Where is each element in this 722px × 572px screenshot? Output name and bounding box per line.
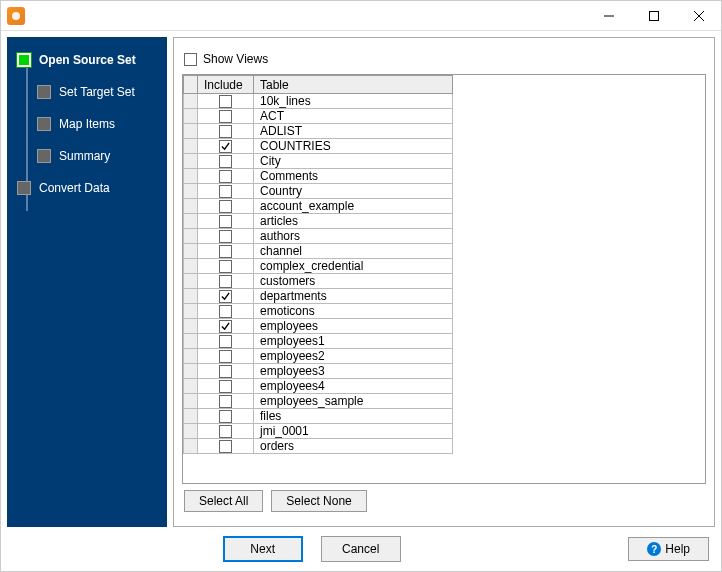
table-name-cell[interactable]: ADLIST — [254, 124, 453, 139]
row-handle[interactable] — [184, 379, 198, 394]
table-name-cell[interactable]: customers — [254, 274, 453, 289]
row-handle[interactable] — [184, 424, 198, 439]
include-cell — [198, 319, 254, 334]
include-checkbox[interactable] — [219, 395, 232, 408]
include-checkbox[interactable] — [219, 440, 232, 453]
table-name-cell[interactable]: jmi_0001 — [254, 424, 453, 439]
include-checkbox[interactable] — [219, 245, 232, 258]
row-handle[interactable] — [184, 409, 198, 424]
table-name-cell[interactable]: COUNTRIES — [254, 139, 453, 154]
row-handle[interactable] — [184, 349, 198, 364]
include-checkbox[interactable] — [219, 185, 232, 198]
row-handle[interactable] — [184, 274, 198, 289]
include-checkbox[interactable] — [219, 410, 232, 423]
row-handle[interactable] — [184, 289, 198, 304]
step-label: Convert Data — [39, 181, 110, 195]
table-row: 10k_lines — [184, 94, 453, 109]
table-name-cell[interactable]: ACT — [254, 109, 453, 124]
row-handle[interactable] — [184, 169, 198, 184]
table-name-cell[interactable]: employees1 — [254, 334, 453, 349]
wizard-sidebar: Open Source SetSet Target SetMap ItemsSu… — [7, 37, 167, 527]
table-row: files — [184, 409, 453, 424]
include-checkbox[interactable] — [219, 275, 232, 288]
include-checkbox[interactable] — [219, 305, 232, 318]
include-checkbox[interactable] — [219, 290, 232, 303]
include-checkbox[interactable] — [219, 125, 232, 138]
include-checkbox[interactable] — [219, 170, 232, 183]
table-name-cell[interactable]: employees2 — [254, 349, 453, 364]
table-name-cell[interactable]: orders — [254, 439, 453, 454]
include-checkbox[interactable] — [219, 215, 232, 228]
selection-buttons: Select All Select None — [182, 484, 706, 518]
table-name-cell[interactable]: employees3 — [254, 364, 453, 379]
table-name-cell[interactable]: emoticons — [254, 304, 453, 319]
select-all-button[interactable]: Select All — [184, 490, 263, 512]
wizard-step-2[interactable]: Map Items — [7, 113, 167, 135]
row-handle[interactable] — [184, 259, 198, 274]
include-checkbox[interactable] — [219, 335, 232, 348]
include-header[interactable]: Include — [198, 76, 254, 94]
row-handle[interactable] — [184, 124, 198, 139]
table-name-cell[interactable]: files — [254, 409, 453, 424]
row-handle[interactable] — [184, 139, 198, 154]
table-name-cell[interactable]: employees — [254, 319, 453, 334]
include-checkbox[interactable] — [219, 320, 232, 333]
include-checkbox[interactable] — [219, 350, 232, 363]
window-controls — [586, 1, 721, 31]
table-name-cell[interactable]: authors — [254, 229, 453, 244]
minimize-button[interactable] — [586, 1, 631, 31]
maximize-button[interactable] — [631, 1, 676, 31]
table-name-cell[interactable]: articles — [254, 214, 453, 229]
include-checkbox[interactable] — [219, 110, 232, 123]
table-header[interactable]: Table — [254, 76, 453, 94]
include-checkbox[interactable] — [219, 425, 232, 438]
row-handle[interactable] — [184, 214, 198, 229]
table-name-cell[interactable]: complex_credential — [254, 259, 453, 274]
include-checkbox[interactable] — [219, 380, 232, 393]
include-checkbox[interactable] — [219, 200, 232, 213]
include-checkbox[interactable] — [219, 230, 232, 243]
wizard-step-0[interactable]: Open Source Set — [7, 49, 167, 71]
row-handle[interactable] — [184, 199, 198, 214]
table-name-cell[interactable]: account_example — [254, 199, 453, 214]
table-name-cell[interactable]: employees4 — [254, 379, 453, 394]
help-button[interactable]: ? Help — [628, 537, 709, 561]
table-name-cell[interactable]: channel — [254, 244, 453, 259]
table-name-cell[interactable]: Country — [254, 184, 453, 199]
row-handle[interactable] — [184, 229, 198, 244]
close-button[interactable] — [676, 1, 721, 31]
select-none-button[interactable]: Select None — [271, 490, 366, 512]
row-handle[interactable] — [184, 109, 198, 124]
tables-scroll[interactable]: Include Table 10k_linesACTADLISTCOUNTRIE… — [183, 75, 705, 483]
include-checkbox[interactable] — [219, 260, 232, 273]
row-handle[interactable] — [184, 439, 198, 454]
include-cell — [198, 334, 254, 349]
table-name-cell[interactable]: 10k_lines — [254, 94, 453, 109]
wizard-step-4[interactable]: Convert Data — [7, 177, 167, 199]
wizard-step-1[interactable]: Set Target Set — [7, 81, 167, 103]
row-handle[interactable] — [184, 304, 198, 319]
table-name-cell[interactable]: Comments — [254, 169, 453, 184]
table-name-cell[interactable]: City — [254, 154, 453, 169]
wizard-footer: Next Cancel ? Help — [1, 527, 721, 571]
row-handle[interactable] — [184, 154, 198, 169]
table-row: orders — [184, 439, 453, 454]
row-handle[interactable] — [184, 184, 198, 199]
step-box-icon — [37, 85, 51, 99]
table-name-cell[interactable]: employees_sample — [254, 394, 453, 409]
next-button[interactable]: Next — [223, 536, 303, 562]
wizard-step-3[interactable]: Summary — [7, 145, 167, 167]
include-checkbox[interactable] — [219, 140, 232, 153]
row-handle[interactable] — [184, 334, 198, 349]
cancel-button[interactable]: Cancel — [321, 536, 401, 562]
include-checkbox[interactable] — [219, 155, 232, 168]
row-handle[interactable] — [184, 394, 198, 409]
row-handle[interactable] — [184, 244, 198, 259]
table-name-cell[interactable]: departments — [254, 289, 453, 304]
row-handle[interactable] — [184, 364, 198, 379]
row-handle[interactable] — [184, 94, 198, 109]
row-handle[interactable] — [184, 319, 198, 334]
include-checkbox[interactable] — [219, 95, 232, 108]
show-views-checkbox[interactable] — [184, 53, 197, 66]
include-checkbox[interactable] — [219, 365, 232, 378]
